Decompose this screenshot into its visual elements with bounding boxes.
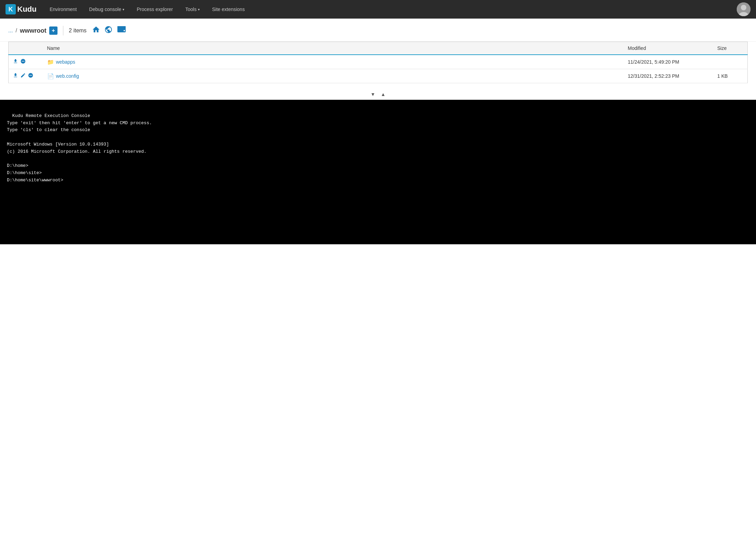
folder-icon: 📁 bbox=[47, 59, 54, 65]
file-table-container: Name Modified Size bbox=[0, 42, 756, 89]
row1-actions bbox=[9, 55, 43, 69]
row2-modified: 12/31/2021, 2:52:23 PM bbox=[624, 69, 713, 83]
col-actions-header bbox=[9, 42, 43, 55]
col-modified-header: Modified bbox=[624, 42, 713, 55]
svg-rect-8 bbox=[22, 61, 24, 61]
row2-actions bbox=[9, 69, 43, 83]
row1-size bbox=[713, 55, 748, 69]
file-icon: 📄 bbox=[47, 73, 54, 79]
col-size-header: Size bbox=[713, 42, 748, 55]
svg-rect-5 bbox=[117, 26, 126, 28]
table-row: 📄 web.config 12/31/2021, 2:52:23 PM 1 KB bbox=[9, 69, 748, 83]
edit-icon[interactable] bbox=[20, 73, 26, 79]
resize-handle[interactable]: ▼ ▲ bbox=[0, 89, 756, 100]
globe-icon[interactable] bbox=[104, 25, 113, 36]
delete-icon[interactable] bbox=[20, 58, 26, 65]
nav-process-explorer[interactable]: Process explorer bbox=[135, 5, 175, 13]
debug-console-dropdown-icon: ▾ bbox=[123, 8, 124, 11]
table-header-row: Name Modified Size bbox=[9, 42, 748, 55]
download-icon[interactable] bbox=[13, 58, 18, 65]
svg-rect-10 bbox=[29, 75, 32, 75]
disk-icon[interactable] bbox=[117, 25, 126, 36]
breadcrumb-ellipsis[interactable]: ... bbox=[8, 28, 13, 34]
breadcrumb-current-folder: wwwroot bbox=[20, 27, 46, 34]
svg-point-6 bbox=[124, 30, 125, 31]
expand-icon[interactable]: ▼ bbox=[370, 92, 375, 97]
avatar-icon bbox=[737, 2, 750, 16]
row1-name[interactable]: 📁 webapps bbox=[43, 55, 624, 69]
col-name-header: Name bbox=[43, 42, 624, 55]
svg-point-1 bbox=[741, 5, 746, 10]
breadcrumb-bar: ... / wwwroot + 2 items bbox=[0, 19, 756, 42]
delete-icon[interactable] bbox=[28, 73, 33, 79]
brand-name: Kudu bbox=[17, 5, 36, 14]
terminal[interactable]: Kudu Remote Execution Console Type 'exit… bbox=[0, 100, 756, 244]
home-icon[interactable] bbox=[92, 25, 100, 36]
brand-logo[interactable]: K Kudu bbox=[6, 4, 36, 14]
table-row: 📁 webapps 11/24/2021, 5:49:20 PM bbox=[9, 55, 748, 69]
user-avatar[interactable] bbox=[737, 2, 750, 16]
nav-site-extensions[interactable]: Site extensions bbox=[210, 5, 247, 13]
tools-dropdown-icon: ▾ bbox=[198, 8, 200, 11]
breadcrumb-nav-icons bbox=[92, 25, 126, 36]
collapse-icon[interactable]: ▲ bbox=[381, 92, 386, 97]
row2-name[interactable]: 📄 web.config bbox=[43, 69, 624, 83]
breadcrumb-separator: / bbox=[15, 28, 17, 34]
navbar: K Kudu Environment Debug console ▾ Proce… bbox=[0, 0, 756, 19]
download-icon[interactable] bbox=[13, 73, 18, 79]
row2-size: 1 KB bbox=[713, 69, 748, 83]
row1-modified: 11/24/2021, 5:49:20 PM bbox=[624, 55, 713, 69]
brand-k-icon: K bbox=[6, 4, 16, 14]
terminal-content: Kudu Remote Execution Console Type 'exit… bbox=[7, 113, 152, 183]
add-file-button[interactable]: + bbox=[49, 26, 57, 35]
nav-tools[interactable]: Tools ▾ bbox=[183, 5, 202, 13]
breadcrumb-divider bbox=[63, 26, 63, 35]
nav-environment[interactable]: Environment bbox=[48, 5, 79, 13]
nav-debug-console[interactable]: Debug console ▾ bbox=[87, 5, 126, 13]
file-table: Name Modified Size bbox=[8, 42, 748, 83]
item-count: 2 items bbox=[69, 28, 87, 34]
